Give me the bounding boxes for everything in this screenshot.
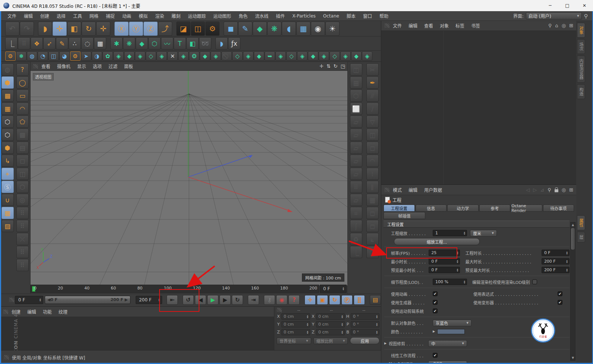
panel-tab-content-browser[interactable]: 内容浏览器 (577, 56, 585, 83)
disabled-modeling-tool[interactable]: ▤ (350, 76, 362, 89)
disabled-tool[interactable]: ⠿ (16, 220, 29, 232)
edges-mode-button[interactable]: ⬡ (1, 129, 14, 141)
menu-item[interactable]: 窗口 (359, 13, 376, 19)
menu-item[interactable]: 运动图形 (209, 13, 235, 19)
search-icon[interactable]: ⚲ (584, 13, 588, 19)
panel-grip[interactable] (384, 23, 389, 28)
disabled-modeling-tool[interactable]: ⟀ (366, 233, 379, 245)
tab-dynamics[interactable]: 动力学 (447, 205, 479, 212)
disabled-tool[interactable]: ⠿ (16, 246, 29, 258)
key-pla-button[interactable]: ⣿ (354, 295, 365, 305)
cage-points-tool[interactable]: ✱ (110, 37, 123, 50)
disabled-modeling-tool[interactable]: ▱ (350, 115, 362, 128)
help-commander-button[interactable]: ? (16, 63, 29, 76)
am-search-icon[interactable]: ⚲ (548, 187, 551, 193)
menu-item[interactable]: 网格 (86, 13, 102, 19)
scale-ratio-dropdown[interactable]: 缩放比例 (313, 338, 348, 344)
lock-z-axis-button[interactable]: Ⓩ (143, 22, 158, 36)
texture-axis-mode-button[interactable]: ▦ (1, 102, 14, 115)
xp-tool[interactable]: ✕ (167, 51, 178, 61)
unit-dropdown[interactable]: 厘米 (470, 230, 497, 237)
panel-grip[interactable] (33, 64, 38, 69)
am-menu-item[interactable]: 模式 (389, 187, 405, 193)
preview-min-time-field[interactable]: 0 F (429, 267, 460, 273)
key-scale-button[interactable]: ▣ (317, 295, 328, 305)
camera-button[interactable]: ◉ (311, 22, 325, 36)
viewport-solo-button[interactable]: ⌖ (1, 168, 14, 180)
disabled-modeling-tool[interactable]: ⁝ (366, 168, 379, 180)
color-swatch[interactable] (437, 329, 465, 334)
workplane-lock-button[interactable]: ▦ (1, 207, 14, 219)
stepper[interactable] (456, 260, 459, 263)
xp-tool[interactable]: ◑ (92, 51, 102, 61)
om-menu-item[interactable]: 标签 (452, 22, 468, 29)
view-clipping-expander[interactable] (384, 342, 389, 345)
render-picture-viewer-button[interactable]: ◫ (191, 22, 205, 36)
lasso-selection-tool[interactable]: ◠ (16, 102, 29, 115)
rotate-tool[interactable]: ↻ (82, 22, 96, 36)
make-editable-button[interactable]: ◍ (1, 63, 14, 76)
input-color-profile-dropdown[interactable]: sRGB (428, 361, 467, 364)
xp-tool[interactable]: ◔ (38, 51, 48, 61)
disabled-modeling-tool[interactable]: ▦ (366, 194, 379, 206)
am-menu-item[interactable]: 用户数据 (421, 187, 445, 193)
knife-tool[interactable]: ✒ (366, 76, 379, 89)
menu-item[interactable]: 渲染 (151, 13, 168, 19)
shell-tool[interactable]: ◗ (215, 37, 228, 50)
texture-mode-button[interactable]: ▩ (1, 89, 14, 102)
disabled-modeling-tool[interactable]: ◠ (366, 155, 379, 167)
lock-icon[interactable] (555, 189, 558, 192)
grid-array-tool[interactable]: ▦ (94, 37, 106, 50)
deformer-button[interactable]: ◖ (282, 22, 296, 36)
section-header[interactable]: 工程设置 (384, 221, 570, 228)
goto-start-button[interactable]: ⇤ (167, 295, 178, 305)
stepper[interactable] (158, 298, 161, 302)
input-color-profile-expander[interactable] (384, 362, 389, 364)
timeline-ruler[interactable]: 020406080100120140160180200 (31, 285, 319, 293)
scale-tool[interactable]: ◧ (67, 22, 81, 36)
default-object-color-dropdown[interactable]: 灰蓝色 (433, 320, 471, 326)
stepper[interactable] (456, 268, 459, 272)
next-frame-button[interactable]: ▶ (220, 295, 231, 305)
lod-field[interactable]: 100 % (433, 279, 467, 285)
disabled-modeling-tool[interactable]: ⎰ (350, 220, 362, 232)
disabled-modeling-tool[interactable]: ◫ (350, 63, 362, 76)
spline-pick-tool[interactable]: ➶ (43, 37, 56, 50)
disabled-tool[interactable]: ⤫ (16, 233, 29, 245)
xp-emitter-icon[interactable]: ◆ (124, 51, 135, 61)
motion-system-button[interactable]: ▤ (370, 295, 381, 305)
xp-tool[interactable]: ➤ (81, 51, 91, 61)
points-disable-tool[interactable]: ❖ (31, 37, 43, 50)
disabled-modeling-tool[interactable]: ⎿ (350, 246, 362, 258)
xp-tool[interactable]: ◈ (211, 51, 221, 61)
current-frame-field[interactable]: 0 F (320, 285, 347, 293)
disabled-tool[interactable]: ◎ (16, 194, 29, 206)
xp-tool[interactable]: ◈ (297, 51, 307, 61)
viewport-dolly-icon[interactable]: ⇅ (327, 63, 331, 69)
xp-tool[interactable]: ◆ (308, 51, 318, 61)
add-cube-object-button[interactable]: ◼ (224, 22, 238, 36)
chain-tool[interactable]: 〰 (161, 37, 173, 50)
om-add-panel-icon[interactable]: ⊞ (569, 23, 573, 28)
swirl-tool[interactable]: ➿ (199, 37, 211, 50)
point-dots-tool[interactable]: ∴ (69, 37, 81, 50)
pos-z-field[interactable]: 0 cm (281, 329, 310, 335)
move-tool[interactable]: ✛ (53, 22, 67, 36)
viewport-pan-icon[interactable]: ✛ (319, 63, 324, 69)
xp-tool[interactable]: ◈ (135, 51, 145, 61)
am-target-icon[interactable]: ◎ (562, 187, 566, 193)
coordinate-system-button[interactable]: ⤴ (158, 22, 172, 36)
disabled-modeling-tool[interactable]: ✂ (366, 63, 379, 76)
scale-project-button[interactable]: 缩放工程... (394, 238, 480, 245)
stepper[interactable] (565, 260, 568, 263)
render-settings-button[interactable]: ⚙ (205, 22, 220, 36)
viewport-menu-item[interactable]: 选项 (89, 63, 105, 69)
last-used-tool[interactable]: ✛ (96, 22, 110, 36)
polygons-mode-button[interactable]: ⬢ (1, 142, 14, 154)
light-button[interactable]: ☀ (325, 22, 340, 36)
viewport-menu-item[interactable]: 面板 (121, 63, 136, 69)
xp-tool[interactable]: ◫ (48, 51, 59, 61)
xp-tool[interactable]: ◇ (232, 51, 243, 61)
viewport-canvas[interactable]: 透视视图 Y Z X 网格间距 : 100 cm (31, 71, 347, 285)
use-animation-checkbox[interactable] (433, 291, 438, 296)
